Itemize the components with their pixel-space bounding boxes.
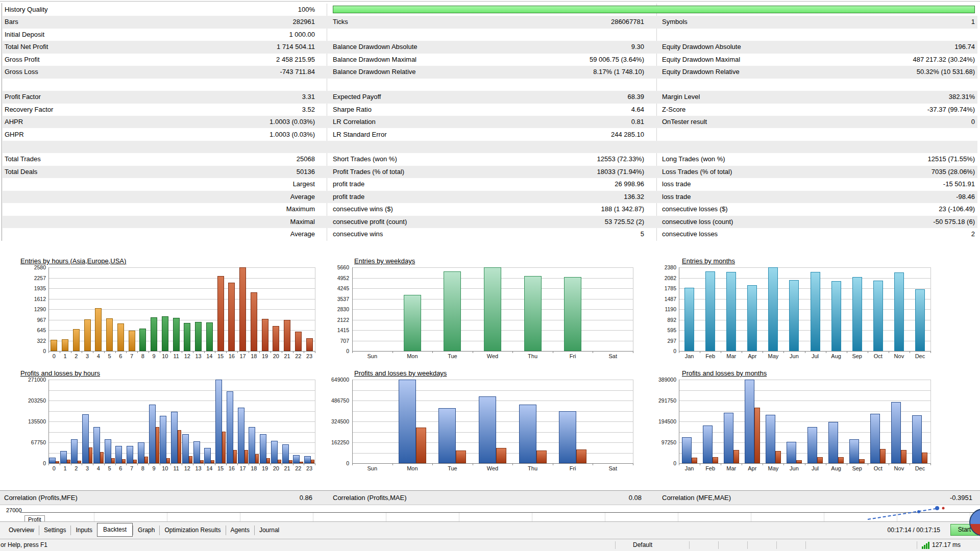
panel-left-edge	[2, 3, 2, 241]
table-row[interactable]	[3, 141, 977, 153]
profit-vgridline	[824, 513, 824, 521]
table-row[interactable]: Averageprofit trade136.32loss trade-98.4…	[3, 191, 977, 203]
profit-bar	[138, 442, 144, 463]
stat-value: 8.17% (1 748.10)	[462, 66, 644, 78]
gridline	[679, 309, 930, 310]
table-row[interactable]: GHPR1.0003 (0.03%)LR Standard Error244 2…	[3, 129, 977, 141]
bar	[306, 338, 313, 351]
y-tick-label: 297	[645, 338, 676, 344]
tab-inputs[interactable]: Inputs	[70, 525, 97, 535]
x-tick-label: 5	[104, 353, 115, 359]
y-tick-label: 2122	[317, 317, 349, 323]
bar	[768, 267, 778, 351]
statusbar-separator	[718, 541, 719, 549]
y-tick-label: 595	[645, 327, 676, 333]
table-row[interactable]: Gross Profit2 458 215.95Balance Drawdown…	[3, 54, 977, 66]
loss-bar	[266, 458, 270, 463]
x-tick-label: 11	[170, 465, 182, 471]
tab-bar: OverviewSettingsInputsBacktestGraphOptim…	[0, 521, 980, 539]
stat-value: 1.0003 (0.03%)	[135, 129, 315, 141]
stat-value: 3.31	[135, 91, 315, 103]
profit-vgridline	[313, 513, 313, 521]
loss-bar	[901, 450, 906, 463]
plot-right-edge	[315, 267, 315, 351]
table-row[interactable]: AHPR1.0003 (0.03%)LR Correlation0.81OnTe…	[3, 116, 977, 128]
profile-cell[interactable]: Default	[633, 539, 652, 551]
table-row[interactable]: Averageconsecutive wins5consecutive loss…	[3, 228, 977, 240]
x-tick-label: 19	[259, 353, 271, 359]
gridline	[679, 390, 930, 391]
table-row[interactable]: Recovery Factor3.52Sharpe Ratio4.64Z-Sco…	[3, 104, 977, 116]
stat-label: Equity Drawdown Absolute	[662, 41, 741, 53]
y-tick-label: 2082	[645, 275, 676, 281]
profit-graph-preview[interactable]: 27000 Profit	[0, 505, 980, 521]
x-axis-line	[352, 351, 633, 352]
bar	[747, 285, 757, 351]
x-tick-label: 10	[160, 465, 171, 471]
bar	[273, 326, 279, 351]
bar	[524, 276, 542, 351]
stat-value: 3.52	[135, 104, 315, 116]
gridline	[352, 380, 633, 380]
table-row[interactable]	[3, 79, 977, 91]
table-row[interactable]: Initial Deposit1 000.00	[3, 29, 977, 41]
x-tick-label: 4	[93, 465, 104, 471]
x-tick-label: Oct	[868, 465, 889, 471]
tab-graph[interactable]: Graph	[133, 525, 159, 535]
loss-bar	[576, 449, 586, 463]
x-tick-label: 7	[126, 353, 137, 359]
x-tick-label: 15	[215, 353, 226, 359]
bar	[151, 317, 157, 351]
stat-label: LR Correlation	[333, 116, 376, 128]
profit-bar	[304, 456, 311, 463]
tab-settings[interactable]: Settings	[39, 525, 70, 535]
table-row[interactable]: Maximalconsecutive profit (count)53 725.…	[3, 216, 977, 228]
stat-value: -50 575.18 (6)	[799, 216, 975, 228]
y-tick-label: 0	[645, 348, 676, 354]
x-tick-label: Oct	[868, 353, 889, 359]
x-tick-label: 13	[193, 353, 204, 359]
y-tick-label: 67750	[14, 439, 46, 445]
y-tick-label: 0	[645, 460, 676, 466]
table-row[interactable]: Maximumconsecutive wins ($)188 (1 342.87…	[3, 203, 977, 215]
bar	[106, 318, 113, 351]
table-row[interactable]: Total Net Profit1 714 504.11Balance Draw…	[3, 41, 977, 53]
table-row[interactable]: Bars282961Ticks286067781Symbols1	[3, 16, 977, 28]
chart-title: Entries by weekdays	[354, 257, 415, 265]
x-tick-label: Jul	[805, 465, 826, 471]
tab-optimization-results[interactable]: Optimization Results	[159, 525, 225, 535]
table-row[interactable]: Largestprofit trade26 998.96loss trade-1…	[3, 178, 977, 190]
table-row[interactable]: Gross Loss-743 711.84Balance Drawdown Re…	[3, 66, 977, 78]
x-tick-label: 9	[149, 353, 160, 359]
table-row[interactable]: Total Trades25068Short Trades (won %)125…	[3, 153, 977, 165]
tab-journal[interactable]: Journal	[254, 525, 284, 535]
profit-bar	[682, 437, 692, 463]
table-row[interactable]: Total Deals50136Profit Trades (% of tota…	[3, 166, 977, 178]
tab-agents[interactable]: Agents	[226, 525, 254, 535]
y-tick-label: 486750	[317, 397, 349, 404]
table-row[interactable]: History Quality100%	[3, 4, 977, 16]
loss-bar	[100, 452, 104, 463]
y-tick-label: 162250	[317, 439, 349, 445]
table-row[interactable]: Profit Factor3.31Expected Payoff68.39Mar…	[3, 91, 977, 103]
profit-bar	[870, 414, 880, 463]
x-tick-label: 1	[60, 353, 71, 359]
x-tick-label: May	[763, 465, 783, 471]
x-tick-label: 8	[137, 353, 149, 359]
bar	[73, 329, 80, 351]
tab-backtest[interactable]: Backtest	[97, 523, 133, 537]
status-bar: or Help, press F1 Default 127.17 ms	[0, 539, 980, 551]
loss-bar	[244, 450, 248, 463]
loss-bar	[838, 457, 844, 463]
plot-right-edge	[633, 267, 633, 351]
stat-label: Sharpe Ratio	[333, 104, 372, 116]
loss-bar	[289, 460, 292, 463]
tab-overview[interactable]: Overview	[4, 525, 39, 535]
loss-bar	[189, 456, 192, 463]
profit-bar	[559, 411, 576, 463]
y-tick-label: 2580	[14, 264, 46, 270]
profit-bar	[238, 408, 244, 463]
stat-label: Total Net Profit	[5, 41, 48, 53]
y-tick-label: 194500	[645, 418, 676, 424]
gridline	[679, 267, 930, 268]
